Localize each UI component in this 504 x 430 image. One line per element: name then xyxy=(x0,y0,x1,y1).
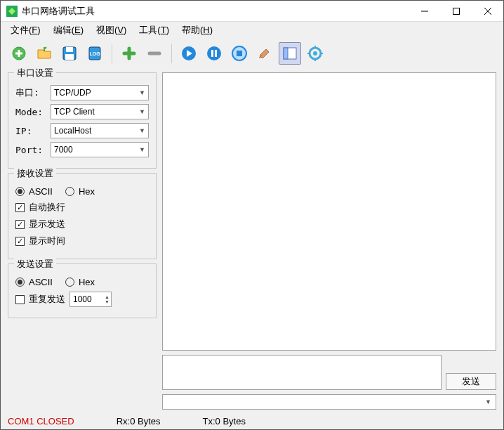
show-send-check[interactable]: ✓显示发送 xyxy=(15,218,149,230)
chevron-down-icon: ▼ xyxy=(139,89,145,96)
send-ascii-radio[interactable]: ASCII xyxy=(15,277,53,287)
ip-label: IP: xyxy=(15,126,46,136)
menu-view[interactable]: 视图(V) xyxy=(91,22,132,38)
menu-help[interactable]: 帮助(H) xyxy=(176,22,218,38)
svg-point-20 xyxy=(313,51,317,56)
svg-rect-8 xyxy=(65,54,74,60)
pause-button[interactable] xyxy=(203,42,225,65)
receive-settings-group: 接收设置 ASCII Hex ✓自动换行 ✓显示发送 ✓显示时间 xyxy=(8,173,157,259)
open-button[interactable] xyxy=(33,42,55,65)
left-panel: 串口设置 串口: TCP/UDP▼ Mode: TCP Client▼ IP: … xyxy=(8,72,157,410)
send-textarea[interactable] xyxy=(162,355,442,390)
chevron-down-icon: ▼ xyxy=(139,108,145,115)
chevron-down-icon: ▼ xyxy=(485,398,491,405)
svg-text:LOG: LOG xyxy=(89,51,100,56)
maximize-button[interactable] xyxy=(440,1,472,22)
port-label: 串口: xyxy=(15,86,46,99)
main-area: 串口设置 串口: TCP/UDP▼ Mode: TCP Client▼ IP: … xyxy=(1,68,503,412)
titlebar: 串口网络调试工具 xyxy=(1,1,503,22)
svg-rect-14 xyxy=(215,50,217,57)
chevron-down-icon: ▼ xyxy=(139,127,145,134)
window-title: 串口网络调试工具 xyxy=(22,5,409,18)
new-button[interactable] xyxy=(8,42,30,65)
minimize-button[interactable] xyxy=(409,1,440,22)
spin-down-icon[interactable]: ▼ xyxy=(105,299,110,304)
remove-button[interactable] xyxy=(143,42,166,65)
tx-bytes: Tx:0 Bytes xyxy=(203,416,246,426)
clear-button[interactable] xyxy=(253,42,276,65)
menu-tools[interactable]: 工具(T) xyxy=(133,22,175,38)
stop-button[interactable] xyxy=(228,42,251,65)
right-panel: 发送 ▼ xyxy=(162,72,496,410)
history-combo[interactable]: ▼ xyxy=(162,394,496,410)
repeat-send-check[interactable]: 重复发送 xyxy=(15,293,65,306)
portnum-label: Port: xyxy=(15,145,46,155)
rx-bytes: Rx:0 Bytes xyxy=(117,416,161,426)
toolbar: LOG xyxy=(1,39,503,68)
svg-rect-2 xyxy=(453,8,459,14)
auto-wrap-check[interactable]: ✓自动换行 xyxy=(15,201,149,214)
window-controls xyxy=(409,1,503,22)
settings-button[interactable] xyxy=(304,42,326,65)
svg-rect-18 xyxy=(284,48,288,59)
serial-legend: 串口设置 xyxy=(14,67,56,79)
send-legend: 发送设置 xyxy=(14,258,56,271)
port-combo[interactable]: TCP/UDP▼ xyxy=(51,85,149,100)
show-time-check[interactable]: ✓显示时间 xyxy=(15,235,149,247)
svg-point-12 xyxy=(207,46,221,60)
panel-button[interactable] xyxy=(279,42,301,65)
recv-ascii-radio[interactable]: ASCII xyxy=(15,186,53,197)
ip-combo[interactable]: LocalHost▼ xyxy=(51,123,149,138)
receive-textarea[interactable] xyxy=(162,72,496,351)
close-button[interactable] xyxy=(472,1,503,22)
recv-legend: 接收设置 xyxy=(14,167,56,180)
log-button[interactable]: LOG xyxy=(84,42,106,65)
send-button[interactable]: 发送 xyxy=(446,373,496,390)
svg-rect-13 xyxy=(211,50,213,57)
menubar: 文件(F) 编辑(E) 视图(V) 工具(T) 帮助(H) xyxy=(1,22,503,39)
menu-edit[interactable]: 编辑(E) xyxy=(48,22,89,38)
recv-hex-radio[interactable]: Hex xyxy=(65,186,95,197)
interval-spin[interactable]: 1000▲▼ xyxy=(69,292,112,307)
add-button[interactable] xyxy=(118,42,140,65)
serial-settings-group: 串口设置 串口: TCP/UDP▼ Mode: TCP Client▼ IP: … xyxy=(8,72,157,169)
menu-file[interactable]: 文件(F) xyxy=(5,22,46,38)
port-status: COM1 CLOSED xyxy=(8,416,74,426)
mode-label: Mode: xyxy=(15,107,46,117)
chevron-down-icon: ▼ xyxy=(139,146,145,153)
statusbar: COM1 CLOSED Rx:0 Bytes Tx:0 Bytes xyxy=(1,412,503,429)
svg-rect-16 xyxy=(237,51,242,56)
save-button[interactable] xyxy=(58,42,81,65)
spin-up-icon[interactable]: ▲ xyxy=(105,294,110,299)
mode-combo[interactable]: TCP Client▼ xyxy=(51,104,149,119)
portnum-combo[interactable]: 7000▼ xyxy=(51,142,149,157)
svg-rect-7 xyxy=(66,47,73,52)
send-hex-radio[interactable]: Hex xyxy=(65,277,95,287)
send-settings-group: 发送设置 ASCII Hex 重复发送 1000▲▼ xyxy=(8,263,157,318)
app-icon xyxy=(6,6,18,17)
play-button[interactable] xyxy=(178,42,200,65)
